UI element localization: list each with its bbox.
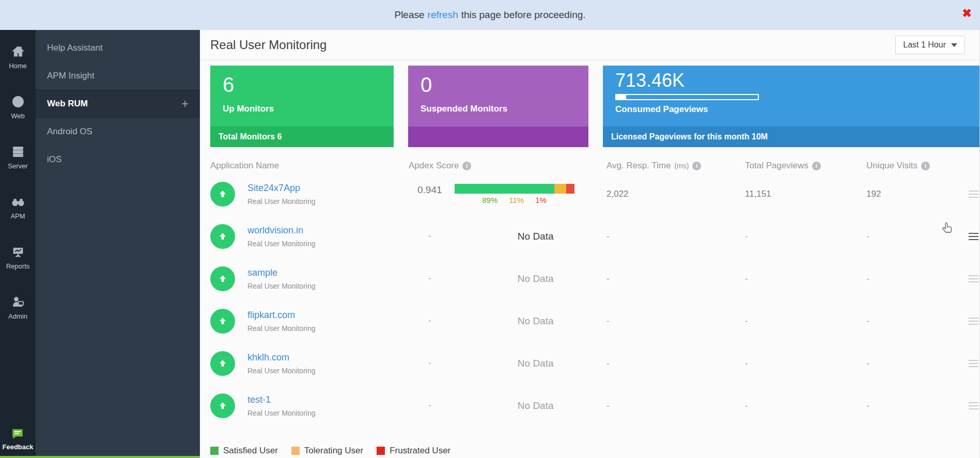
arrow-up-icon <box>217 231 228 242</box>
application-link[interactable]: flipkart.com <box>247 310 295 320</box>
apdex-stacked-bar <box>455 184 574 194</box>
banner-message-suffix: this page before proceeding. <box>461 9 586 21</box>
row-menu-icon[interactable] <box>969 275 978 282</box>
row-menu-icon[interactable] <box>969 191 978 198</box>
apdex-score-cell: - No Data <box>409 231 606 242</box>
submenu-item-android-os[interactable]: Android OS <box>36 118 200 146</box>
total-pageviews-value: - <box>745 231 866 242</box>
avg-resp-time-value: 2,022 <box>606 189 745 199</box>
resp-time-unit: (ms) <box>674 162 689 170</box>
total-pageviews-value: - <box>745 358 866 369</box>
nav-item-server[interactable]: Server <box>0 138 36 177</box>
column-header-unique-visits: Unique Visits i <box>866 161 962 171</box>
apdex-score-cell: 0.941 89% 11% 1% <box>409 184 606 204</box>
unique-visits-value: - <box>866 401 962 411</box>
time-range-value: Last 1 Hour <box>903 40 946 50</box>
tolerating-segment <box>554 184 566 194</box>
application-type: Real User Monitoring <box>247 240 316 248</box>
application-link[interactable]: sample <box>247 267 277 278</box>
table-row: Site24x7App Real User Monitoring 0.941 8 <box>200 173 979 215</box>
nav-item-label: Server <box>8 162 27 170</box>
application-link[interactable]: test-1 <box>247 394 271 405</box>
total-pageviews-value: - <box>745 274 866 284</box>
avg-resp-time-value: - <box>606 231 745 242</box>
resp-time-info-icon[interactable]: i <box>692 162 701 170</box>
submenu-item-label: iOS <box>47 154 61 165</box>
no-data-label: No Data <box>476 358 596 369</box>
time-range-dropdown[interactable]: Last 1 Hour <box>895 36 965 54</box>
row-menu-icon[interactable] <box>969 233 978 240</box>
suspended-monitors-value: 0 <box>421 73 588 97</box>
submenu-item-label: APM Insight <box>47 71 95 81</box>
reports-presentation-icon <box>11 245 25 259</box>
submenu-item-web-rum[interactable]: Web RUM + <box>36 90 200 118</box>
monitor-up-status-icon <box>210 309 235 334</box>
consumed-pageviews-label: Consumed Pageviews <box>615 104 979 115</box>
arrow-up-icon <box>217 316 228 326</box>
nav-rail: Home Web Server APM Reports Admin <box>0 30 36 458</box>
satisfied-percent: 89% <box>482 196 497 204</box>
header-label: Total Pageviews <box>745 161 808 171</box>
header-label: Avg. Resp. Time <box>606 161 671 171</box>
total-pageviews-value: - <box>745 401 866 411</box>
submenu-item-ios[interactable]: iOS <box>36 146 200 173</box>
suspended-monitors-footer <box>408 127 588 147</box>
up-monitors-card[interactable]: 6 Up Monitors Total Monitors 6 <box>210 66 394 147</box>
application-link[interactable]: worldvision.in <box>247 225 303 235</box>
main-content: Real User Monitoring Last 1 Hour 6 Up Mo… <box>200 30 980 458</box>
nav-item-label: Reports <box>6 262 30 270</box>
no-data-label: No Data <box>476 273 596 285</box>
refresh-link[interactable]: refresh <box>428 9 458 21</box>
submenu-item-label: Help Assistant <box>47 43 103 53</box>
application-link[interactable]: khklh.com <box>247 352 289 362</box>
table-header-row: Application Name Apdex Score i Avg. Resp… <box>200 159 979 173</box>
row-menu-icon[interactable] <box>969 402 978 409</box>
apdex-score-cell: - No Data <box>409 273 606 285</box>
nav-item-home[interactable]: Home <box>0 38 36 77</box>
pageviews-info-icon[interactable]: i <box>812 162 821 170</box>
column-header-avg-resp-time: Avg. Resp. Time (ms) i <box>606 161 745 171</box>
site24x7-dashboard: Please refresh this page before proceedi… <box>0 0 980 458</box>
nav-item-reports[interactable]: Reports <box>0 239 36 277</box>
submenu-item-help-assistant[interactable]: Help Assistant <box>36 34 200 62</box>
tolerating-percent: 11% <box>509 196 524 204</box>
consumed-pageviews-body: 713.46K Consumed Pageviews <box>603 66 979 127</box>
consumed-pageviews-card[interactable]: 713.46K Consumed Pageviews Licensed Page… <box>603 66 979 147</box>
refresh-banner: Please refresh this page before proceedi… <box>0 0 980 30</box>
nav-item-web[interactable]: Web <box>0 88 36 127</box>
visits-info-icon[interactable]: i <box>921 162 930 170</box>
binoculars-apm-icon <box>11 195 25 209</box>
apdex-score-cell: - No Data <box>409 315 606 327</box>
nav-item-admin[interactable]: Admin <box>0 289 36 327</box>
up-monitors-label: Up Monitors <box>223 104 394 114</box>
arrow-up-icon <box>217 274 228 284</box>
feedback-button[interactable]: Feedback <box>3 428 34 451</box>
apdex-info-icon[interactable]: i <box>462 162 471 170</box>
application-link[interactable]: Site24x7App <box>247 183 300 193</box>
table-row: flipkart.com Real User Monitoring - No D… <box>200 300 979 342</box>
monitor-up-status-icon <box>210 182 235 207</box>
banner-message-prefix: Please <box>394 9 424 21</box>
consumed-pageviews-value: 713.46K <box>615 70 979 91</box>
avg-resp-time-value: - <box>606 358 745 369</box>
column-header-application-name: Application Name <box>210 161 409 171</box>
row-menu-icon[interactable] <box>969 318 978 325</box>
submenu-item-apm-insight[interactable]: APM Insight <box>36 62 200 90</box>
apdex-empty: - <box>417 273 431 283</box>
avg-resp-time-value: - <box>606 316 745 326</box>
suspended-monitors-card[interactable]: 0 Suspended Monitors <box>408 66 588 147</box>
apdex-score-cell: - No Data <box>409 358 606 369</box>
apdex-empty: - <box>417 315 431 326</box>
legend-label: Satisfied User <box>223 446 278 456</box>
unique-visits-value: - <box>866 231 962 242</box>
nav-item-apm[interactable]: APM <box>0 188 36 227</box>
server-icon <box>11 145 25 159</box>
banner-close-icon[interactable]: ✖ <box>962 8 972 19</box>
arrow-up-icon <box>217 189 228 199</box>
up-monitors-body: 6 Up Monitors <box>210 66 394 127</box>
nav-item-label: APM <box>10 212 25 220</box>
legend-label: Frustrated User <box>390 446 450 456</box>
add-monitor-plus-icon[interactable]: + <box>181 97 189 111</box>
licensed-pageviews-footer: Licensed Pageviews for this month 10M <box>603 127 979 147</box>
row-menu-icon[interactable] <box>969 360 978 367</box>
